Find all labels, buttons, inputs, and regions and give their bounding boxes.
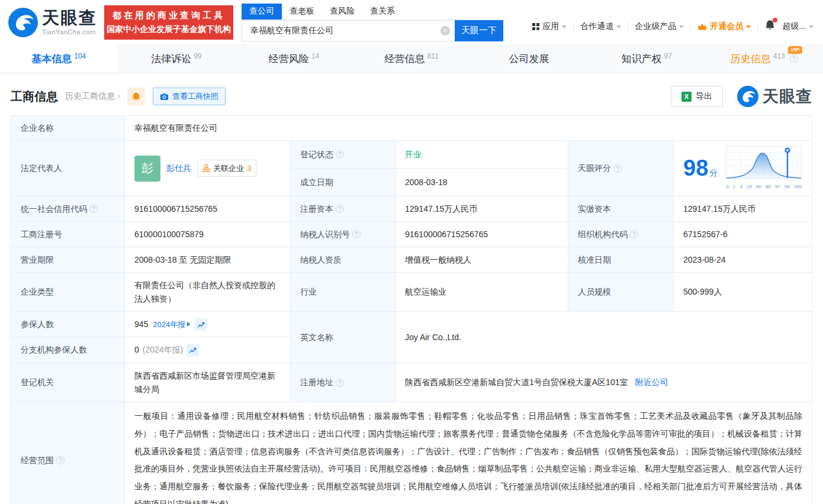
- search-tab-relation[interactable]: 查关系: [362, 4, 403, 20]
- help-icon[interactable]: [336, 205, 344, 213]
- promo-line1: 都在用的商业查询工具: [112, 10, 225, 21]
- company-name-label: 企业名称: [11, 116, 125, 141]
- divider: [690, 22, 691, 31]
- help-icon[interactable]: [56, 456, 65, 464]
- score-distribution-chart[interactable]: 0131550859799100: [726, 146, 802, 190]
- legal-rep-name-link[interactable]: 彭仕兵: [166, 161, 191, 175]
- tab-business-info[interactable]: 经营信息811: [353, 44, 471, 73]
- term-value: 2008-03-18 至 无固定期限: [125, 247, 291, 273]
- clear-input-icon[interactable]: [441, 26, 450, 35]
- help-icon[interactable]: [630, 230, 638, 238]
- tab-intellectual-property[interactable]: 知识产权97: [588, 44, 706, 73]
- term-label: 营业期限: [11, 247, 125, 273]
- top-nav: 应用 合作通道 企业级产品 开通会员 超级...: [532, 21, 814, 33]
- nav-item-vip[interactable]: 开通会员: [697, 21, 751, 32]
- chevron-down-icon: [616, 25, 621, 28]
- search-tab-boss[interactable]: 查老板: [282, 4, 322, 20]
- chevron-down-icon: [562, 25, 567, 28]
- reg-authority-value: 陕西省西咸新区市场监督管理局空港新城分局: [125, 363, 291, 402]
- staff-size-label: 人员规模: [568, 273, 674, 312]
- trend-chart-button[interactable]: [195, 318, 207, 331]
- history-business-info-link[interactable]: 历史工商信息: [65, 91, 120, 102]
- annual-report-link[interactable]: 2024年报: [153, 318, 190, 331]
- search-input[interactable]: [249, 25, 441, 36]
- est-date-value: 2008-03-18: [396, 169, 568, 196]
- address-label: 注册地址: [291, 363, 396, 402]
- table-row: 营业期限 2008-03-18 至 无固定期限 纳税人资质 增值税一般纳税人 核…: [11, 247, 812, 273]
- help-icon[interactable]: [89, 205, 98, 213]
- tab-operating-risk[interactable]: 经营风险14: [235, 44, 353, 73]
- vip-badge: VIP: [788, 46, 803, 54]
- tab-legal[interactable]: 法律诉讼99: [118, 44, 236, 73]
- search-tab-company[interactable]: 查公司: [242, 4, 282, 20]
- trend-chart-button[interactable]: [187, 344, 199, 356]
- export-button[interactable]: 导出: [671, 86, 723, 107]
- chevron-down-icon: [679, 25, 684, 28]
- related-companies-badge[interactable]: 关联企业3: [197, 160, 256, 177]
- logo-swirl-icon: [8, 8, 38, 37]
- help-icon[interactable]: [790, 54, 798, 63]
- est-date-label: 成立日期: [291, 169, 396, 196]
- search-tabs: 查公司 查老板 查风险 查关系: [242, 4, 503, 20]
- approval-date-label: 核准日期: [568, 247, 674, 273]
- logo-brand-text: 天眼查: [42, 9, 97, 27]
- search-button[interactable]: 天眼一下: [455, 20, 503, 41]
- legal-rep-value: 彭 彭仕兵 关联企业3: [125, 141, 291, 196]
- tab-history-info[interactable]: VIP 历史信息413: [705, 44, 823, 73]
- promo-banner: 都在用的商业查询工具 国家中小企业发展子基金旗下机构: [104, 5, 233, 40]
- search-block: 查公司 查老板 查风险 查关系 天眼一下: [242, 4, 503, 41]
- subscribe-bell-button[interactable]: [127, 88, 145, 105]
- table-row: 工商注册号 610000100075879 纳税人识别号 91610000671…: [11, 222, 812, 247]
- section-header: 工商信息 历史工商信息 查看工商快照 导出 天眼查: [0, 73, 823, 115]
- english-name-label: 英文名称: [291, 312, 396, 363]
- section-title: 工商信息: [11, 89, 58, 105]
- header: 天眼查 TianYanCha.com 都在用的商业查询工具 国家中小企业发展子基…: [0, 0, 823, 44]
- notification-bell-icon[interactable]: [764, 20, 776, 33]
- reg-status-label: 登记状态: [291, 141, 396, 169]
- table-row: 法定代表人 彭 彭仕兵 关联企业3 登记状态 开业 天眼评分 98分: [11, 141, 812, 169]
- staff-size-value: 500-999人: [674, 273, 812, 312]
- table-row: 企业名称 幸福航空有限责任公司: [11, 116, 812, 141]
- avatar[interactable]: 彭: [134, 156, 160, 182]
- tab-company-development[interactable]: 公司发展: [470, 44, 588, 73]
- approval-date-value: 2023-08-24: [674, 247, 812, 273]
- help-icon[interactable]: [336, 379, 344, 387]
- company-name-value: 幸福航空有限责任公司: [125, 116, 812, 141]
- search-tab-risk[interactable]: 查风险: [322, 4, 362, 20]
- help-icon[interactable]: [352, 230, 361, 238]
- nearby-companies-link[interactable]: 附近公司: [635, 377, 668, 387]
- score-axis-ticks: 0131550859799100: [726, 183, 802, 190]
- table-row: 企业类型 有限责任公司（非自然人投资或控股的法人独资） 行业 航空运输业 人员规…: [11, 273, 812, 312]
- insured-label: 参保人数: [11, 312, 125, 337]
- industry-label: 行业: [291, 273, 396, 312]
- help-icon[interactable]: [613, 164, 622, 173]
- reg-no-value: 610000100075879: [125, 222, 291, 247]
- search-input-wrap: [242, 20, 455, 41]
- help-icon[interactable]: [336, 150, 344, 159]
- taxpayer-qual-label: 纳税人资质: [291, 247, 396, 273]
- chevron-down-icon: [809, 25, 814, 28]
- company-type-label: 企业类型: [11, 273, 125, 312]
- view-snapshot-button[interactable]: 查看工商快照: [153, 88, 226, 105]
- legal-rep-label: 法定代表人: [11, 141, 125, 196]
- score-value: 98分: [674, 141, 812, 196]
- divider: [573, 22, 574, 31]
- nav-item-super[interactable]: 超级...: [782, 21, 814, 32]
- business-info-table: 企业名称 幸福航空有限责任公司 法定代表人 彭 彭仕兵 关联企业3 登记状态 开…: [11, 115, 812, 504]
- reg-capital-label: 注册资本: [291, 196, 396, 222]
- trend-chart-icon: [197, 321, 205, 328]
- tianyancha-logo[interactable]: 天眼查 TianYanCha.com: [8, 8, 97, 37]
- reg-authority-label: 登记机关: [11, 363, 125, 402]
- org-code-label: 组织机构代码: [568, 222, 674, 247]
- branch-insured-value: 0 (2024年报): [125, 337, 291, 363]
- nav-item-partner[interactable]: 合作通道: [580, 21, 621, 32]
- crown-icon: [697, 22, 707, 31]
- company-tabbar: 基本信息104 法律诉讼99 经营风险14 经营信息811 公司发展 知识产权9…: [0, 44, 823, 73]
- tab-basic-info[interactable]: 基本信息104: [0, 44, 118, 73]
- triangle-right-icon: [187, 322, 190, 327]
- nav-item-apps[interactable]: 应用: [532, 21, 567, 32]
- nav-item-enterprise[interactable]: 企业级产品: [635, 21, 684, 32]
- taxpayer-id-label: 纳税人识别号: [291, 222, 396, 247]
- org-chart-icon: [202, 164, 210, 172]
- branch-insured-label: 分支机构参保人数: [11, 337, 125, 363]
